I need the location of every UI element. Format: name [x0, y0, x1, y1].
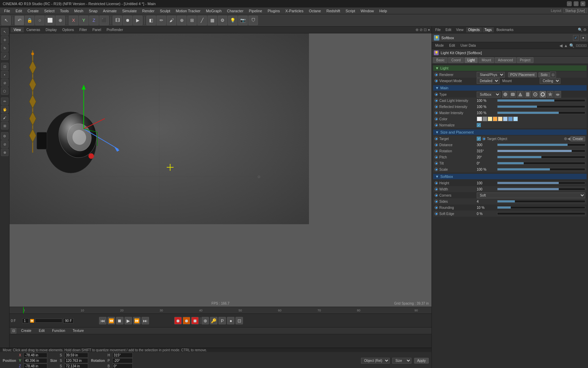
layout-value[interactable]: Startup [Use] — [564, 9, 587, 13]
record-autokey-btn[interactable]: ⏺ — [183, 317, 190, 324]
tool-slash[interactable]: ╱ — [197, 16, 207, 25]
tool-camera-icon[interactable]: 📷 — [238, 16, 248, 25]
viewport-mode-radio[interactable] — [435, 79, 438, 82]
reflected-slider[interactable] — [497, 105, 585, 108]
height-radio[interactable] — [435, 181, 438, 185]
distance-slider[interactable] — [497, 143, 585, 146]
color-radio[interactable] — [435, 117, 438, 121]
play-prev-btn[interactable]: ⏪ — [108, 317, 115, 324]
rounding-slider[interactable] — [497, 206, 585, 209]
obj-tab-coord[interactable]: Coord — [448, 57, 463, 63]
play-next-btn[interactable]: ⏩ — [133, 317, 141, 324]
h-rot-input[interactable] — [112, 353, 133, 358]
rpanel-gear-icon[interactable]: ⚙ — [583, 28, 587, 32]
tool-hat[interactable]: ⛉ — [248, 16, 258, 25]
viewport-tab-display[interactable]: Display — [43, 27, 60, 32]
left-tool-pts[interactable]: • — [1, 71, 9, 78]
left-tool-poly[interactable]: ⬡ — [1, 87, 9, 95]
tool-circle[interactable]: ○ — [35, 16, 45, 25]
left-tool-pen2[interactable]: ✏ — [1, 97, 9, 105]
light-type-ring[interactable] — [532, 91, 539, 98]
menu-motion-tracker[interactable]: Motion Tracker — [173, 7, 203, 14]
menu-pipeline[interactable]: Pipeline — [246, 7, 265, 14]
width-slider[interactable] — [497, 188, 585, 190]
b-rot-input[interactable] — [112, 364, 133, 368]
light-type-cloud[interactable] — [554, 91, 561, 98]
tool-cube2[interactable]: ◧ — [146, 16, 156, 25]
tool-xyz[interactable]: ⬛ — [99, 16, 109, 25]
tilt-radio[interactable] — [435, 162, 438, 165]
sides-value[interactable]: 4 — [477, 200, 497, 203]
menu-help[interactable]: Help — [377, 7, 390, 14]
tool-z[interactable]: Z — [89, 16, 99, 25]
close-btn[interactable]: ✕ — [581, 1, 585, 6]
menu-tools[interactable]: Tools — [57, 7, 71, 14]
nav-left-icon[interactable]: ◀ — [559, 43, 562, 48]
normalize-radio[interactable] — [435, 123, 438, 127]
tilt-value[interactable]: 0° — [477, 162, 497, 165]
light-type-ring2[interactable] — [539, 91, 546, 98]
rpanel-edit-tab[interactable]: Edit — [443, 27, 453, 32]
master-radio[interactable] — [435, 111, 438, 114]
reflected-radio[interactable] — [435, 105, 438, 108]
tool-target[interactable]: ⊕ — [177, 16, 186, 25]
obj-tab-advanced[interactable]: Advanced — [495, 57, 516, 63]
tilt-slider[interactable] — [497, 162, 585, 165]
rpanel-tags-tab[interactable]: Tags — [483, 27, 494, 32]
solo-btn[interactable]: Solo — [538, 72, 550, 77]
renderer-radio[interactable] — [435, 73, 438, 76]
y-pos-input[interactable] — [23, 358, 47, 363]
scale-slider[interactable] — [497, 168, 585, 171]
viewport-3d[interactable]: Perspective — [10, 33, 431, 307]
mode-tab[interactable]: Mode — [433, 43, 446, 48]
scale-value[interactable]: 100 % — [477, 168, 497, 171]
frame-display[interactable]: 1 — [22, 318, 29, 323]
target-radio[interactable] — [435, 137, 438, 140]
viewport-tab-panel[interactable]: Panel — [90, 27, 104, 32]
target-obj-radio[interactable] — [482, 137, 486, 140]
light-type-star[interactable] — [547, 91, 554, 98]
menu-character[interactable]: Character — [224, 7, 246, 14]
sx-input[interactable] — [64, 353, 88, 358]
soft-edge-value[interactable]: 0 % — [477, 212, 497, 216]
cast-light-slider[interactable] — [497, 99, 585, 102]
menu-file[interactable]: File — [1, 7, 13, 14]
menu-edit[interactable]: Edit — [13, 7, 25, 14]
pitch-radio[interactable] — [435, 155, 438, 159]
rpanel-objects-tab[interactable]: Objects — [466, 27, 482, 32]
tool-x[interactable]: X — [69, 16, 78, 25]
corners-radio[interactable] — [435, 194, 438, 197]
solo-extra-btn[interactable]: ⊡ — [550, 72, 556, 78]
master-value[interactable]: 100 % — [477, 111, 497, 115]
color-swatch-bluelight[interactable] — [513, 117, 518, 121]
rotation-slider[interactable] — [497, 150, 585, 152]
left-tool-live[interactable]: ⊡ — [1, 63, 9, 70]
tool-settings[interactable]: ⚙ — [218, 16, 227, 25]
mat-edit-menu[interactable]: Edit — [36, 327, 47, 334]
light-type-beam[interactable] — [524, 91, 531, 98]
left-tool-snap2[interactable]: ⊞ — [1, 122, 9, 129]
color-swatch-lightyellow[interactable] — [488, 117, 492, 121]
mat-create-menu[interactable]: Create — [18, 327, 34, 334]
mat-texture-menu[interactable]: Texture — [70, 327, 87, 334]
color-swatch-warm[interactable] — [498, 117, 503, 121]
distance-value[interactable]: 300 — [477, 143, 497, 147]
target-link-icon[interactable]: ⊕ — [564, 136, 567, 141]
rpanel-search-icon[interactable]: 🔍 — [578, 28, 583, 32]
obj-tab-mount[interactable]: Mount — [478, 57, 494, 63]
rounding-radio[interactable] — [435, 206, 438, 209]
tool-grid2[interactable]: ▦ — [208, 16, 217, 25]
tool-undo[interactable]: ↶ — [15, 16, 24, 25]
distance-radio[interactable] — [435, 143, 438, 147]
end-frame[interactable]: 90 F — [63, 318, 74, 323]
obj-tab-basic[interactable]: Basic — [433, 57, 447, 63]
sz-input[interactable] — [64, 364, 88, 368]
minimize-btn[interactable]: ─ — [567, 1, 572, 6]
rotation-radio[interactable] — [435, 149, 438, 153]
renderer-dropdown[interactable]: Stand/Phys ProRender — [477, 72, 505, 78]
menu-animate[interactable]: Animate — [100, 7, 119, 14]
tool-add[interactable]: ⊕ — [55, 16, 65, 25]
create-btn[interactable]: Create — [570, 136, 585, 141]
p-rot-input[interactable] — [112, 358, 133, 363]
mat-function-menu[interactable]: Function — [49, 327, 68, 334]
